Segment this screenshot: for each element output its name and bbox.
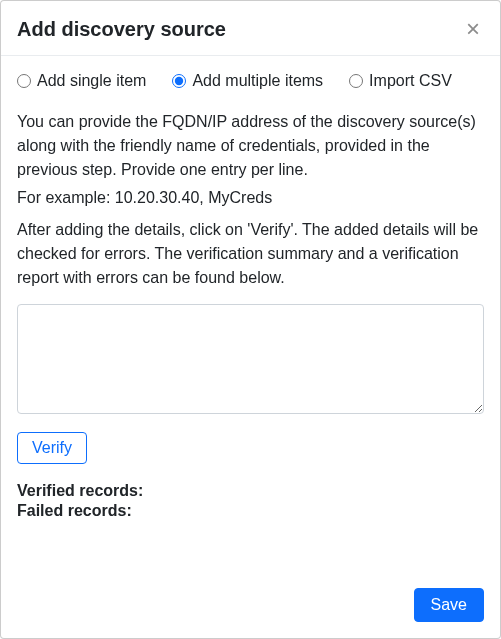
save-button[interactable]: Save [414, 588, 484, 622]
radio-add-multiple-items[interactable]: Add multiple items [172, 72, 323, 90]
add-discovery-source-modal: Add discovery source × Add single item A… [0, 0, 501, 639]
modal-footer: Save [1, 576, 500, 638]
verified-records-line: Verified records: [17, 482, 484, 500]
radio-label: Add multiple items [192, 72, 323, 90]
instruction-line-2: For example: 10.20.30.40, MyCreds [17, 186, 484, 210]
failed-records-line: Failed records: [17, 502, 484, 520]
instructions-block: You can provide the FQDN/IP address of t… [17, 110, 484, 210]
failed-records-label: Failed records: [17, 502, 132, 519]
radio-import-csv[interactable]: Import CSV [349, 72, 452, 90]
mode-radio-group: Add single item Add multiple items Impor… [17, 72, 484, 90]
radio-label: Add single item [37, 72, 146, 90]
instructions-block-2: After adding the details, click on 'Veri… [17, 218, 484, 290]
discovery-entries-textarea[interactable] [17, 304, 484, 414]
radio-add-single-item[interactable]: Add single item [17, 72, 146, 90]
close-button[interactable]: × [462, 17, 484, 41]
modal-title: Add discovery source [17, 18, 226, 41]
radio-add-multiple-items-input[interactable] [172, 74, 186, 88]
modal-header: Add discovery source × [1, 1, 500, 56]
verified-records-label: Verified records: [17, 482, 143, 499]
instruction-line-3: After adding the details, click on 'Veri… [17, 218, 484, 290]
verify-button[interactable]: Verify [17, 432, 87, 464]
close-icon: × [466, 15, 480, 42]
radio-label: Import CSV [369, 72, 452, 90]
radio-import-csv-input[interactable] [349, 74, 363, 88]
instruction-line-1: You can provide the FQDN/IP address of t… [17, 110, 484, 182]
radio-add-single-item-input[interactable] [17, 74, 31, 88]
modal-body: Add single item Add multiple items Impor… [1, 56, 500, 576]
